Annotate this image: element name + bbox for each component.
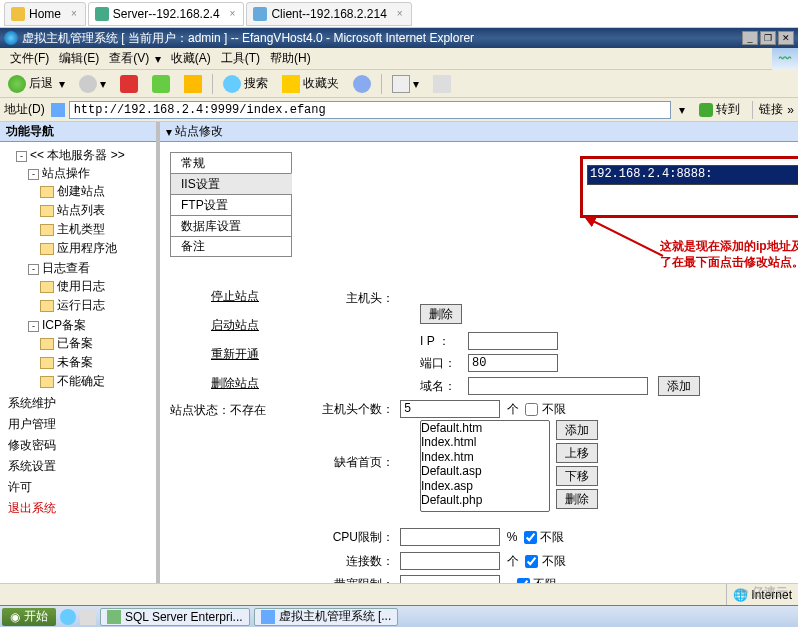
delete-host-button[interactable]: 删除: [420, 304, 462, 324]
tree-icp[interactable]: ICP备案: [42, 318, 86, 332]
tab-client[interactable]: Client--192.168.2.214 ×: [246, 2, 411, 26]
tree-toggle[interactable]: -: [28, 264, 39, 275]
cpu-input[interactable]: [400, 528, 500, 546]
nav-tree: -<< 本地服务器 >> -站点操作 创建站点 站点列表 主机类型 应用程序池 …: [0, 142, 156, 583]
tree-sys-set[interactable]: 系统设置: [8, 456, 154, 477]
conn-unlimited-checkbox[interactable]: [525, 555, 538, 568]
hostcount-unlimited-checkbox[interactable]: [525, 403, 538, 416]
start-site-link[interactable]: 启动站点: [190, 311, 280, 340]
menu-edit[interactable]: 编辑(E): [55, 48, 103, 69]
vtab-note[interactable]: 备注: [170, 236, 292, 257]
add-host-button[interactable]: 添加: [658, 376, 700, 396]
hostcount-input[interactable]: [400, 400, 500, 418]
tab-label: Home: [29, 7, 61, 21]
bw-unlimited-checkbox[interactable]: [517, 578, 530, 584]
unit-label: 个: [507, 401, 519, 418]
port-input[interactable]: [468, 354, 558, 372]
menu-fav[interactable]: 收藏(A): [167, 48, 215, 69]
address-dropdown-icon[interactable]: ▾: [675, 103, 689, 117]
close-button[interactable]: ✕: [778, 31, 794, 45]
tree-icp-unknown[interactable]: 不能确定: [57, 374, 105, 388]
content-title: ▾ 站点修改: [160, 122, 798, 142]
back-button[interactable]: 后退 ▾: [4, 73, 69, 95]
tree-toggle[interactable]: -: [28, 169, 39, 180]
tree-license[interactable]: 许可: [8, 477, 154, 498]
tree-toggle[interactable]: -: [28, 321, 39, 332]
tree-user-mgmt[interactable]: 用户管理: [8, 414, 154, 435]
home-icon: [184, 75, 202, 93]
bw-input[interactable]: [400, 575, 500, 583]
vtab-iis[interactable]: IIS设置: [170, 173, 292, 194]
ip-input[interactable]: [468, 332, 558, 350]
tree-log-run[interactable]: 运行日志: [57, 298, 105, 312]
menu-tools[interactable]: 工具(T): [217, 48, 264, 69]
restore-button[interactable]: ❐: [760, 31, 776, 45]
tab-home[interactable]: Home ×: [4, 2, 86, 26]
go-button[interactable]: 转到: [693, 99, 746, 120]
folder-icon: [40, 338, 54, 350]
vtab-ftp[interactable]: FTP设置: [170, 194, 292, 215]
folder-icon: [40, 224, 54, 236]
history-button[interactable]: [349, 73, 375, 95]
search-button[interactable]: 搜索: [219, 73, 272, 95]
task-vhost[interactable]: 虚拟主机管理系统 [...: [254, 608, 399, 626]
label-default: 缺省首页：: [320, 454, 400, 471]
tree-log-use[interactable]: 使用日志: [57, 279, 105, 293]
tree-toggle[interactable]: -: [16, 151, 27, 162]
tree-icp-done[interactable]: 已备案: [57, 336, 93, 350]
links-label[interactable]: 链接: [759, 101, 783, 118]
label-hosthead: 主机头：: [320, 290, 400, 307]
home-button[interactable]: [180, 73, 206, 95]
tree-logout[interactable]: 退出系统: [8, 498, 154, 519]
host-entry-selected[interactable]: 192.168.2.4:8888:: [587, 165, 798, 185]
close-icon[interactable]: ×: [230, 8, 236, 19]
tree-host-type[interactable]: 主机类型: [57, 222, 105, 236]
label-cpu: CPU限制：: [320, 529, 400, 546]
stop-button[interactable]: [116, 73, 142, 95]
close-icon[interactable]: ×: [397, 8, 403, 19]
conn-input[interactable]: [400, 552, 500, 570]
tree-root[interactable]: << 本地服务器 >>: [30, 148, 125, 162]
quick-launch-icon[interactable]: [60, 609, 76, 625]
ie-status-bar: 🌐 Internet: [0, 583, 798, 605]
address-input[interactable]: [69, 101, 672, 119]
quick-launch-icon[interactable]: [80, 609, 96, 625]
close-icon[interactable]: ×: [71, 8, 77, 19]
menu-file[interactable]: 文件(F): [6, 48, 53, 69]
domain-input[interactable]: [468, 377, 648, 395]
titlebar: 虚拟主机管理系统 [ 当前用户：admin ] -- EfangVHost4.0…: [0, 28, 798, 48]
tree-change-pwd[interactable]: 修改密码: [8, 435, 154, 456]
forward-button[interactable]: ▾: [75, 73, 110, 95]
favorites-button[interactable]: 收藏夹: [278, 73, 343, 95]
client-icon: [253, 7, 267, 21]
tree-site-ops[interactable]: 站点操作: [42, 166, 90, 180]
tab-server[interactable]: Server--192.168.2.4 ×: [88, 2, 245, 26]
tree-create-site[interactable]: 创建站点: [57, 184, 105, 198]
cpu-unlimited-checkbox[interactable]: [524, 531, 537, 544]
mail-button[interactable]: ▾: [388, 73, 423, 95]
tree-icp-undone[interactable]: 未备案: [57, 355, 93, 369]
default-up-button[interactable]: 上移: [556, 443, 598, 463]
stop-site-link[interactable]: 停止站点: [190, 282, 280, 311]
reopen-site-link[interactable]: 重新开通: [190, 340, 280, 369]
chevron-right-icon[interactable]: »: [787, 103, 794, 117]
tree-sys-maint[interactable]: 系统维护: [8, 393, 154, 414]
default-down-button[interactable]: 下移: [556, 466, 598, 486]
default-pages-list[interactable]: Default.htmIndex.htmlIndex.htmDefault.as…: [420, 420, 550, 512]
tree-log[interactable]: 日志查看: [42, 261, 90, 275]
refresh-button[interactable]: [148, 73, 174, 95]
tree-site-list[interactable]: 站点列表: [57, 203, 105, 217]
menu-help[interactable]: 帮助(H): [266, 48, 315, 69]
vtab-general[interactable]: 常规: [170, 152, 292, 173]
delete-site-link[interactable]: 删除站点: [190, 369, 280, 398]
default-add-button[interactable]: 添加: [556, 420, 598, 440]
default-del-button[interactable]: 删除: [556, 489, 598, 509]
vtab-db[interactable]: 数据库设置: [170, 215, 292, 236]
print-button[interactable]: [429, 73, 455, 95]
site-status: 站点状态：不存在: [170, 402, 266, 419]
minimize-button[interactable]: _: [742, 31, 758, 45]
start-button[interactable]: ◉ 开始: [2, 608, 56, 626]
menu-view[interactable]: 查看(V) ▾: [105, 48, 164, 69]
task-sql[interactable]: SQL Server Enterpri...: [100, 608, 250, 626]
tree-app-pool[interactable]: 应用程序池: [57, 241, 117, 255]
